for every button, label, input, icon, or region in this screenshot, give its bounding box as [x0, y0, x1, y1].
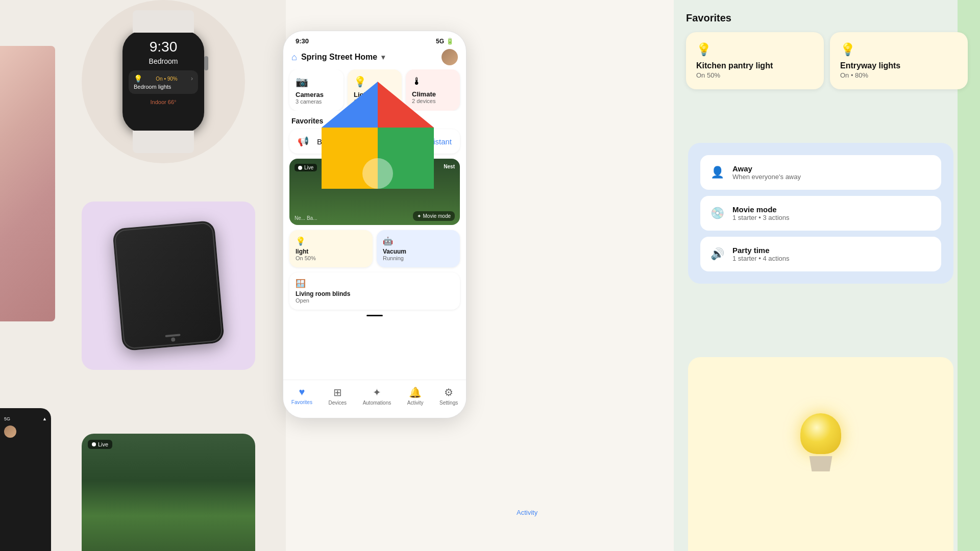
fav-blinds-name: Living room blinds	[296, 290, 454, 297]
broadcast-label: Broadcast	[317, 137, 368, 146]
nav-automations[interactable]: ✦ Automations	[357, 384, 398, 408]
mini-avatar	[4, 425, 16, 438]
watch-light-icon: 💡	[134, 74, 142, 83]
fav-card-kitchen[interactable]: 💡 Kitchen pantry light On 50%	[686, 32, 824, 89]
purple-card	[82, 202, 255, 370]
fav-blinds-tile[interactable]: 🪟 Living room blinds Open	[289, 272, 460, 310]
fav-vacuum-icon: 🤖	[383, 236, 454, 246]
device-border	[114, 222, 223, 349]
movie-icon: 💿	[710, 207, 724, 220]
live-dot	[92, 442, 96, 446]
activity-label: Activity	[517, 509, 537, 516]
fav-row-2: 🪟 Living room blinds Open	[283, 272, 466, 310]
nav-settings[interactable]: ⚙ Settings	[433, 384, 464, 408]
fav-card-entryway-icon: 💡	[840, 42, 958, 57]
party-icon: 🔊	[710, 247, 724, 261]
fav-row-1: 💡 light On 50% 🤖 Vacuum Running	[283, 230, 466, 267]
bottom-right-area	[688, 357, 953, 551]
movie-mode-badge[interactable]: ✦ Movie mode	[413, 211, 455, 221]
phone-header[interactable]: ⌂ Spring Street Home ▾	[283, 45, 466, 69]
camera-tile[interactable]: Live Nest Ne... Ba... ✦ Movie mode	[289, 159, 460, 225]
dropdown-arrow-icon: ▾	[381, 53, 385, 61]
mini-signal-icon: ▲	[42, 416, 47, 421]
broadcast-assistant-row[interactable]: 📢 Broadcast ✦ Assistant	[289, 129, 460, 154]
climate-name: Climate	[412, 90, 454, 98]
nav-devices-icon: ⊞	[333, 386, 342, 398]
home-selector[interactable]: ⌂ Spring Street Home ▾	[291, 52, 385, 63]
fav-cards-row: 💡 Kitchen pantry light On 50% 💡 Entryway…	[686, 32, 968, 89]
nav-devices[interactable]: ⊞ Devices	[322, 384, 353, 408]
nav-automations-label: Automations	[363, 400, 391, 406]
fav-card-entryway-status: On • 80%	[840, 71, 958, 79]
broadcast-divider	[376, 135, 377, 147]
camera-brand: Nest	[444, 164, 455, 169]
away-icon: 👤	[710, 166, 724, 179]
fav-vacuum-tile[interactable]: 🤖 Vacuum Running	[377, 230, 460, 267]
mini-watch-area: 5G ▲	[0, 408, 51, 551]
phone-container: 9:30 5G 🔋 ⌂ Spring Street Home ▾ 📷 Camer…	[283, 31, 467, 418]
fav-light-tile[interactable]: 💡 light On 50%	[289, 230, 373, 267]
watch-body: 9:30 Bedroom 💡 On • 90% › Bedroom lights…	[122, 31, 204, 133]
automations-panel: 👤 Away When everyone's away 💿 Movie mode…	[688, 143, 953, 284]
nav-automations-icon: ✦	[373, 386, 381, 398]
fav-card-kitchen-icon: 💡	[696, 42, 814, 57]
nav-indicator	[366, 315, 383, 316]
battery-icon: 🔋	[446, 38, 454, 45]
home-icon: ⌂	[291, 52, 297, 63]
categories-row: 📷 Cameras 3 cameras 💡 Lighting 12 lights…	[283, 69, 466, 111]
nav-settings-label: Settings	[439, 400, 458, 406]
camera-preview-bottom	[82, 434, 255, 551]
watch-crown	[204, 56, 208, 70]
movie-name: Movie mode	[732, 205, 931, 214]
category-cameras[interactable]: 📷 Cameras 3 cameras	[289, 69, 344, 111]
fav-light-icon: 💡	[296, 236, 366, 246]
automation-movie[interactable]: 💿 Movie mode 1 starter • 3 actions	[700, 196, 941, 231]
signal-icon: 5G	[436, 38, 444, 45]
mini-status-bar: 5G ▲	[4, 416, 47, 421]
category-lighting[interactable]: 💡 Lighting 12 lights	[348, 69, 402, 111]
favorites-header: Favorites	[686, 12, 968, 24]
broadcast-icon: 📢	[298, 136, 309, 147]
watch-card: 💡 On • 90% › Bedroom lights	[129, 70, 198, 94]
lighting-name: Lighting	[354, 91, 396, 98]
nav-favorites[interactable]: ♥ Favorites	[285, 384, 318, 408]
favorites-section-label: Favorites	[283, 117, 466, 129]
bulb-glass	[800, 413, 841, 454]
mini-watch-screen: 5G ▲	[0, 408, 51, 450]
movie-mode-label: Movie mode	[423, 213, 451, 219]
mini-signal: 5G	[4, 416, 10, 421]
fav-blinds-status: Open	[296, 297, 454, 304]
live-dot-phone	[298, 166, 302, 170]
away-content: Away When everyone's away	[732, 164, 931, 181]
live-badge-bottom: Live	[88, 440, 112, 449]
device-body	[112, 220, 225, 352]
nav-activity[interactable]: 🔔 Activity	[401, 384, 430, 408]
bottom-live-card: Live	[82, 434, 255, 551]
automation-away[interactable]: 👤 Away When everyone's away	[700, 155, 941, 190]
watch-circle: 9:30 Bedroom 💡 On • 90% › Bedroom lights…	[82, 0, 245, 163]
watch-light-name: Bedroom lights	[134, 84, 193, 90]
nav-favorites-icon: ♥	[299, 386, 305, 398]
phone-status-bar: 9:30 5G 🔋	[283, 31, 466, 45]
nav-activity-icon: 🔔	[409, 386, 422, 398]
watch-room: Bedroom	[149, 57, 178, 65]
phone-outer: 9:30 5G 🔋 ⌂ Spring Street Home ▾ 📷 Camer…	[283, 31, 467, 418]
automation-party[interactable]: 🔊 Party time 1 starter • 4 actions	[700, 237, 941, 271]
watch-container: 9:30 Bedroom 💡 On • 90% › Bedroom lights…	[82, 0, 245, 163]
climate-icon: 🌡	[412, 76, 454, 87]
live-label-phone: Live	[304, 165, 313, 170]
user-avatar[interactable]	[442, 49, 458, 65]
lighting-icon: 💡	[354, 76, 396, 88]
assistant-label: Assistant	[401, 137, 452, 146]
fav-card-kitchen-name: Kitchen pantry light	[696, 61, 814, 71]
cameras-count: 3 cameras	[296, 98, 337, 105]
fav-card-entryway[interactable]: 💡 Entryway lights On • 80%	[830, 32, 968, 89]
movie-detail: 1 starter • 3 actions	[732, 214, 931, 221]
party-name: Party time	[732, 246, 931, 255]
fav-vacuum-status: Running	[383, 255, 454, 261]
favorites-top-panel: Favorites 💡 Kitchen pantry light On 50% …	[674, 0, 980, 89]
fav-light-status: On 50%	[296, 255, 366, 261]
category-climate[interactable]: 🌡 Climate 2 devices	[406, 69, 460, 111]
watch-temperature: Indoor 66°	[151, 99, 177, 105]
bulb-base	[808, 456, 834, 471]
